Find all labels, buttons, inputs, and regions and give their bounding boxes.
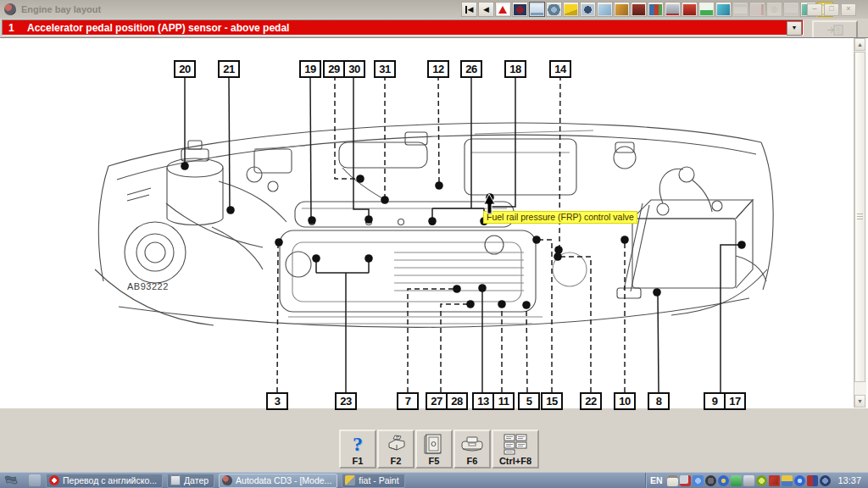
air-conditioning-icon-button[interactable] [715, 2, 732, 17]
callout-number: 19 [301, 62, 320, 76]
clock: 13:37 [837, 475, 861, 485]
wheels-icon [581, 4, 594, 15]
nav-first-icon[interactable]: ◀ [461, 2, 477, 17]
minimize-button[interactable]: – [807, 3, 822, 16]
crash-repair-icon [683, 4, 696, 15]
ty-app-icon[interactable] [807, 475, 818, 486]
component-name: Accelerator pedal position (APP) sensor … [27, 22, 289, 34]
callout-number: 21 [220, 62, 238, 76]
crash-repair-icon-button[interactable] [682, 2, 698, 17]
ctrl-f8-label: Ctrl+F8 [499, 456, 531, 466]
manual-icon [423, 432, 445, 456]
scrollbar-thumb[interactable] [854, 52, 865, 382]
callout-15: 15 [541, 392, 563, 410]
callout-number: 17 [724, 394, 744, 408]
arrow-up-icon: ▲ [857, 42, 863, 47]
nav-back-icon[interactable]: ◀ [478, 2, 494, 17]
system-tray: EN 13:37 [645, 473, 868, 488]
callout-number: 30 [343, 62, 364, 76]
vertical-scrollbar[interactable]: ▲ ▼ [854, 38, 866, 408]
goto-icon [826, 25, 843, 36]
mouse-cursor [481, 193, 497, 215]
windows-flag-icon [3, 474, 19, 486]
task-buttons: Перевод с английско...ДатерAutodata CD3 … [46, 474, 409, 488]
combobox-dropdown-button[interactable]: ▼ [787, 21, 802, 36]
callout-number: 20 [175, 62, 194, 76]
component-index: 1 [8, 22, 27, 34]
task-label: Датер [184, 475, 209, 485]
callout-number: 22 [581, 394, 600, 408]
diagram-viewport[interactable] [0, 37, 868, 408]
callout-number: 18 [506, 62, 525, 76]
ty-volume-icon[interactable] [782, 475, 793, 486]
suspension-icon-button[interactable] [597, 2, 613, 17]
print-button-f2[interactable]: F2 [377, 430, 415, 469]
app-icon [4, 3, 16, 15]
list-button-ctrl-f8[interactable]: Ctrl+F8 [492, 430, 539, 469]
wiring-diagram-icon-button [783, 2, 799, 17]
ty-agent-icon[interactable] [820, 475, 831, 486]
transmission-icon-button[interactable] [546, 2, 562, 17]
ty-im-icon[interactable] [693, 475, 704, 486]
engine-icon [649, 4, 662, 15]
task-dater-button[interactable]: Датер [167, 474, 214, 488]
screen: { "window": { "title": "Engine bay layou… [0, 0, 868, 488]
help-button-f1[interactable]: ? F1 [339, 430, 376, 469]
scroll-down-button[interactable]: ▼ [854, 395, 865, 408]
device-icon [459, 432, 485, 456]
fuel-injection-icon [666, 4, 679, 15]
ty-utorrent-icon[interactable] [756, 475, 767, 486]
callout-number: 10 [615, 394, 634, 408]
brake-system-icon-button[interactable] [512, 2, 528, 17]
callout-number: 26 [462, 62, 481, 76]
fuel-injection-icon-button[interactable] [665, 2, 681, 17]
interior-icon-button[interactable] [614, 2, 630, 17]
device-button-f6[interactable]: F6 [453, 430, 491, 469]
goto-component-button[interactable] [812, 20, 858, 39]
ty-firewall-icon[interactable] [769, 475, 780, 486]
callout-22: 22 [580, 392, 602, 410]
bodywork-icon [565, 4, 577, 15]
restore-button[interactable]: □ [824, 3, 839, 16]
wheels-icon-button[interactable] [580, 2, 596, 17]
language-indicator[interactable]: EN [650, 475, 663, 485]
callout-number: 13 [474, 394, 492, 408]
component-combobox[interactable]: 1 Accelerator pedal position (APP) senso… [2, 19, 804, 36]
door-icon-button[interactable] [631, 2, 647, 17]
f1-label: F1 [353, 456, 364, 466]
callout-number: 5 [520, 394, 538, 408]
printer-icon [384, 432, 408, 456]
callout-number: 3 [268, 394, 287, 408]
service-lift-icon-button[interactable] [698, 2, 715, 17]
ty-calendar-icon[interactable] [667, 475, 678, 486]
ty-info-icon[interactable] [794, 475, 805, 486]
tk-paint-icon [345, 475, 355, 485]
ty-browser-icon[interactable] [705, 475, 716, 486]
parts-list-icon [503, 432, 528, 456]
tk-dater-icon [170, 475, 181, 485]
callout-number: 11 [492, 394, 513, 408]
ty-mute-icon[interactable] [680, 475, 691, 486]
task-label: Перевод с английско... [63, 475, 157, 485]
quick-launch-icon[interactable] [29, 474, 41, 486]
ty-green-icon[interactable] [731, 475, 742, 486]
start-button[interactable] [0, 474, 22, 488]
bodywork-icon-button[interactable] [563, 2, 579, 17]
task-translator-button[interactable]: Перевод с английско... [46, 474, 163, 488]
nav-back-icon: ◀ [483, 6, 489, 14]
ty-device-icon[interactable] [743, 475, 754, 486]
task-autodata-button[interactable]: Autodata CD3 - [Mode... [219, 474, 337, 488]
callout-9-17: 917 [704, 392, 746, 410]
engine-icon-button[interactable] [648, 2, 664, 17]
brake-system-icon [514, 4, 526, 15]
scroll-up-button[interactable]: ▲ [854, 38, 865, 51]
bulb-icon [768, 4, 781, 15]
engine-bay-layout-icon-button[interactable] [529, 2, 545, 17]
task-paint-button[interactable]: fiat - Paint [342, 474, 404, 488]
ty-download-icon[interactable] [718, 475, 729, 486]
manual-button-f5[interactable]: F5 [415, 430, 453, 469]
warning-icon-button[interactable] [495, 2, 511, 17]
close-button[interactable]: × [841, 3, 856, 16]
bulb-icon-button [766, 2, 782, 17]
notes-icon [734, 4, 747, 15]
